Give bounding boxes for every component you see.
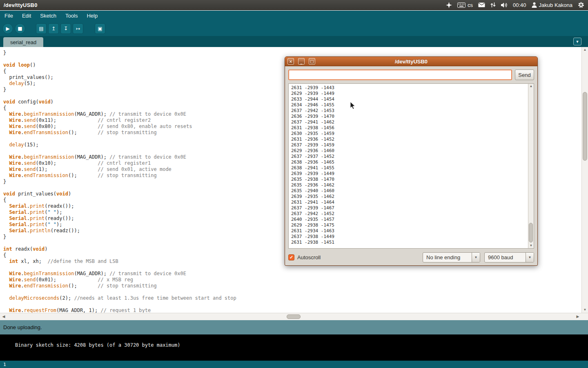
network-transfer-icon[interactable] [490,2,496,8]
username-label: Jakub Kakona [539,2,572,8]
scroll-left-arrow-icon[interactable]: ◀ [1,313,7,320]
keyboard-layout-indicator[interactable]: cs [457,2,473,8]
baud-rate-select[interactable]: 9600 baud ▼ [484,252,534,263]
serial-scroll-down-icon[interactable]: ▼ [528,244,534,248]
serial-monitor-body: Send 2631 -2939 -14432629 -2939 -1449263… [285,66,537,266]
serial-output-text: 2631 -2939 -14432629 -2939 -14492633 -29… [289,84,528,248]
editor-horizontal-scrollbar[interactable]: ◀ ▶ [0,313,581,320]
open-button[interactable]: ↥ [48,23,59,34]
save-button[interactable]: ↧ [60,23,71,34]
serial-monitor-window[interactable]: × _ □ /dev/ttyUSB0 Send 2631 -2939 -1443… [285,56,538,266]
menu-file[interactable]: File [0,11,18,20]
ubuntu-top-panel: /dev/ttyUSB0 cs 00:40 Jakub Kakona [0,0,588,10]
window-controls: × _ □ [287,58,315,65]
screen: /dev/ttyUSB0 cs 00:40 Jakub Kakona [0,0,588,368]
maximize-button[interactable]: □ [309,58,315,65]
scrollbar-corner [581,313,588,320]
line-ending-select[interactable]: No line ending ▼ [423,252,480,263]
tab-menu-button[interactable]: ▼ [573,38,581,45]
mouse-cursor [350,101,358,110]
vertical-scroll-thumb[interactable] [583,92,587,161]
serial-output-area[interactable]: 2631 -2939 -14432629 -2939 -14492633 -29… [288,83,534,249]
autoscroll-checkbox[interactable]: ✓ [288,254,294,260]
line-number-indicator: 1 [3,362,6,367]
status-bar: Done uploading. [0,320,588,334]
serial-monitor-title: /dev/ttyUSB0 [395,58,428,65]
toolbar: ▶ ■ ▤ ↥ ↧ ↦ ▣ [0,21,588,36]
serial-send-input[interactable] [288,70,512,80]
serial-input-row: Send [288,70,534,80]
menu-help[interactable]: Help [82,11,102,20]
stop-button[interactable]: ■ [15,23,25,34]
console-text: Binary sketch size: 4208 bytes (of a 307… [15,342,180,348]
volume-icon[interactable] [501,2,508,8]
tab-bar: serial_read ▼ [0,36,588,47]
menu-edit[interactable]: Edit [18,11,36,20]
baud-rate-dropdown-icon[interactable]: ▼ [526,253,534,262]
tab-serial-read[interactable]: serial_read [3,37,43,47]
session-gear-icon[interactable] [578,2,584,8]
autoscroll-label: Autoscroll [297,254,321,260]
scroll-right-arrow-icon[interactable]: ▶ [575,313,581,320]
menu-bar: File Edit Sketch Tools Help [0,11,588,21]
line-ending-value: No line ending [423,253,472,262]
indicator-star-icon[interactable] [446,2,452,8]
scroll-down-arrow-icon[interactable]: ▼ [582,308,588,312]
line-ending-dropdown-icon[interactable]: ▼ [472,253,480,262]
keyboard-layout-label: cs [468,2,473,8]
scroll-up-arrow-icon[interactable]: ▲ [582,48,588,52]
mail-icon[interactable] [478,2,485,7]
baud-rate-value: 9600 baud [485,253,526,262]
user-icon [532,2,537,8]
serial-monitor-controls: ✓ Autoscroll No line ending ▼ 9600 baud … [288,252,534,263]
minimize-button[interactable]: _ [298,58,305,65]
clock[interactable]: 00:40 [513,2,526,8]
horizontal-scroll-thumb[interactable] [287,314,301,319]
window-title: /dev/ttyUSB0 [4,2,38,8]
serial-monitor-titlebar[interactable]: × _ □ /dev/ttyUSB0 [285,57,537,66]
new-sketch-button[interactable]: ▤ [36,23,47,34]
user-menu[interactable]: Jakub Kakona [532,2,572,8]
editor-vertical-scrollbar[interactable]: ▲ ▼ [581,47,588,313]
status-message: Done uploading. [3,324,42,330]
footer-strip: 1 [0,361,588,368]
send-button[interactable]: Send [515,70,534,80]
menu-sketch[interactable]: Sketch [36,11,61,20]
console-output: Binary sketch size: 4208 bytes (of a 307… [0,334,588,361]
verify-button[interactable]: ▶ [2,23,13,34]
keyboard-icon [457,2,466,8]
upload-button[interactable]: ↦ [73,23,83,34]
serial-monitor-button[interactable]: ▣ [95,23,105,34]
menu-tools[interactable]: Tools [61,11,82,20]
close-button[interactable]: × [287,58,294,65]
serial-output-scrollbar[interactable]: ▲ ▼ [528,84,534,248]
system-tray: cs 00:40 Jakub Kakona [446,2,584,8]
serial-scroll-up-icon[interactable]: ▲ [528,84,534,88]
serial-scroll-thumb[interactable] [529,223,533,242]
